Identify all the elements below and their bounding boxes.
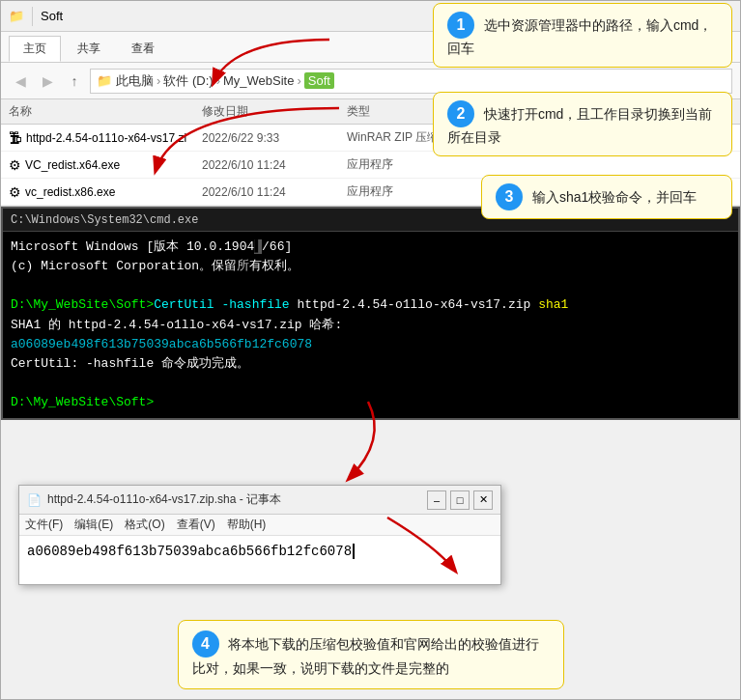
folder-icon: 📁 — [9, 9, 24, 23]
minimize-button[interactable]: – — [427, 490, 446, 510]
arrow-4 — [291, 508, 484, 585]
cmd-line-hash: a06089eb498f613b75039abca6b566fb12fc6078 — [11, 335, 730, 354]
zip-icon: 🗜 — [9, 130, 22, 146]
callout-1-text: 选中资源管理器中的路径，输入cmd，回车 — [447, 17, 712, 56]
close-button[interactable]: ✕ — [473, 490, 493, 510]
notepad-controls: – □ ✕ — [427, 490, 493, 510]
menu-edit[interactable]: 编辑(E) — [74, 517, 113, 533]
step-circle-2: 2 — [447, 100, 474, 127]
back-button[interactable]: ◀ — [9, 70, 32, 93]
maximize-button[interactable]: □ — [450, 490, 470, 510]
address-part-0: 此电脑 — [116, 72, 154, 90]
callout-step1: 1 选中资源管理器中的路径，输入cmd，回车 — [433, 3, 732, 68]
forward-button[interactable]: ▶ — [36, 70, 59, 93]
window-title: Soft — [41, 9, 63, 23]
step-circle-4: 4 — [192, 630, 219, 658]
tab-home[interactable]: 主页 — [9, 36, 61, 62]
menu-help[interactable]: 帮助(H) — [227, 517, 267, 533]
cmd-titlebar-text: C:\Windows\System32\cmd.exe — [11, 213, 198, 227]
tab-view[interactable]: 查看 — [117, 36, 169, 62]
callout-2-text: 快速打开cmd，且工作目录切换到当前所在目录 — [447, 106, 712, 145]
arrow-2 — [98, 94, 387, 190]
title-bar-separator — [32, 7, 33, 26]
up-button[interactable]: ↑ — [63, 70, 86, 93]
step-circle-1: 1 — [447, 12, 474, 39]
exe-icon-2: ⚙ — [9, 184, 21, 200]
menu-format[interactable]: 格式(O) — [125, 517, 164, 533]
exe-icon: ⚙ — [9, 157, 21, 173]
cmd-line-success: CertUtil: -hashfile 命令成功完成。 — [11, 354, 730, 374]
callout-step3: 3 输入sha1校验命令，并回车 — [481, 175, 732, 219]
tab-share[interactable]: 共享 — [63, 36, 115, 62]
title-bar-icons: 📁 — [9, 9, 24, 23]
notepad-icon: 📄 — [27, 493, 42, 507]
cmd-line-blank — [11, 276, 730, 295]
callout-step2: 2 快速打开cmd，且工作目录切换到当前所在目录 — [433, 92, 732, 156]
address-sep-0: › — [157, 73, 160, 88]
callout-3-text: 输入sha1校验命令，并回车 — [532, 189, 697, 205]
cmd-line-0: Microsoft Windows [版本 10.0.1904▌/66] — [11, 238, 730, 257]
cmd-line-sha-label: SHA1 的 httpd-2.4.54-o1llo-x64-vs17.zip 哈… — [11, 316, 730, 335]
step-circle-3: 3 — [496, 183, 523, 210]
menu-file[interactable]: 文件(F) — [25, 517, 63, 533]
arrow-3 — [194, 382, 407, 498]
explorer-window: 📁 Soft 主页 共享 查看 ◀ ▶ ↑ 📁 此电脑 › 软件 (D:) › … — [0, 0, 741, 700]
callout-4-text: 将本地下载的压缩包校验值和官网给出的校验值进行比对，如果一致，说明下载的文件是完… — [192, 636, 540, 676]
menu-view[interactable]: 查看(V) — [177, 517, 215, 533]
cmd-line-command: D:\My_WebSite\Soft>CertUtil -hashfile ht… — [11, 295, 730, 315]
callout-step4: 4 将本地下载的压缩包校验值和官网给出的校验值进行比对，如果一致，说明下载的文件… — [178, 620, 564, 689]
cmd-line-1: (c) Microsoft Corporation。保留所有权利。 — [11, 257, 730, 276]
address-folder-icon: 📁 — [97, 73, 112, 88]
